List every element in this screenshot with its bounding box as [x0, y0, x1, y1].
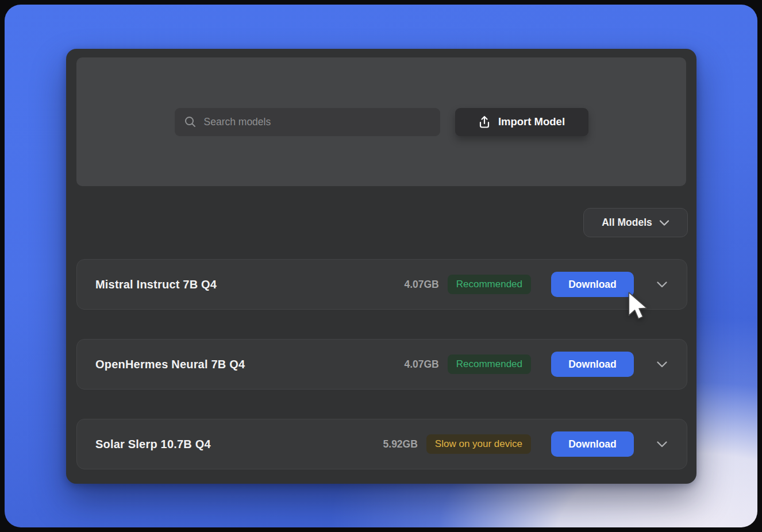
model-size: 4.07GB: [404, 279, 438, 291]
expand-row-button[interactable]: [655, 357, 669, 372]
model-row: Solar Slerp 10.7B Q4 5.92GB Slow on your…: [76, 419, 687, 469]
download-button[interactable]: Download: [551, 352, 634, 377]
search-icon: [184, 115, 197, 128]
model-filter-dropdown[interactable]: All Models: [583, 208, 688, 237]
expand-row-button[interactable]: [655, 277, 669, 292]
model-name: OpenHermes Neural 7B Q4: [95, 358, 404, 371]
model-row: Mistral Instruct 7B Q4 4.07GB Recommende…: [76, 259, 687, 310]
model-name: Solar Slerp 10.7B Q4: [95, 438, 383, 451]
chevron-down-icon: [659, 219, 669, 226]
status-badge: Recommended: [448, 275, 531, 294]
chevron-down-icon: [656, 441, 668, 448]
search-box[interactable]: [175, 108, 440, 136]
chevron-down-icon: [656, 361, 668, 368]
import-model-button[interactable]: Import Model: [455, 108, 588, 136]
model-row: OpenHermes Neural 7B Q4 4.07GB Recommend…: [76, 339, 687, 390]
download-button[interactable]: Download: [551, 272, 634, 297]
model-size: 4.07GB: [404, 358, 438, 371]
model-size: 5.92GB: [383, 438, 418, 450]
panel-header: Import Model: [76, 57, 686, 186]
model-name: Mistral Instruct 7B Q4: [95, 278, 404, 291]
expand-row-button[interactable]: [655, 437, 669, 452]
status-badge: Recommended: [448, 354, 531, 374]
status-badge: Slow on your device: [426, 434, 531, 454]
upload-icon: [478, 115, 491, 129]
download-button[interactable]: Download: [551, 431, 634, 457]
model-browser-panel: Import Model All Models Mistral Instruct…: [66, 49, 696, 484]
search-input[interactable]: [204, 116, 431, 128]
import-model-label: Import Model: [498, 115, 565, 128]
chevron-down-icon: [656, 281, 668, 288]
model-filter-label: All Models: [602, 217, 652, 229]
